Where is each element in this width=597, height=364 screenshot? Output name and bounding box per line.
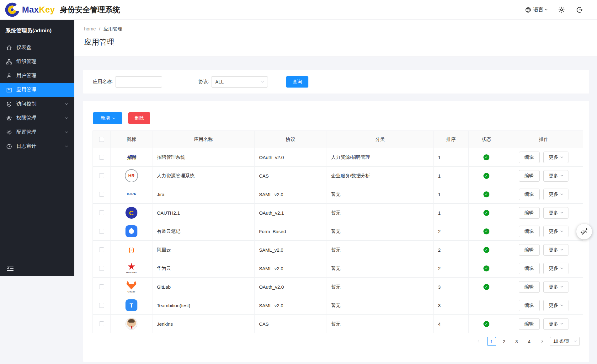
more-button[interactable]: 更多 [543, 226, 568, 237]
edit-button[interactable]: 编辑 [519, 207, 540, 219]
more-button-label: 更多 [549, 284, 558, 290]
app-category-cell: 暂无 [327, 259, 434, 278]
app-sort-cell: 1 [434, 204, 469, 222]
sidebar-collapse-button[interactable] [6, 265, 14, 273]
chevron-down-icon [65, 102, 68, 104]
more-button[interactable]: 更多 [543, 244, 568, 256]
chevron-down-icon [560, 211, 563, 213]
edit-button[interactable]: 编辑 [519, 318, 540, 330]
gear-icon[interactable] [558, 6, 565, 13]
sidebar-item-applications[interactable]: 应用管理 [0, 83, 74, 97]
more-button[interactable]: 更多 [543, 318, 568, 330]
row-checkbox[interactable] [99, 173, 104, 178]
more-button[interactable]: 更多 [543, 170, 568, 182]
sidebar-item-organization[interactable]: 组织管理 [0, 55, 74, 69]
page-button-1[interactable]: 1 [487, 337, 496, 346]
row-checkbox[interactable] [99, 247, 104, 252]
logout-icon[interactable] [576, 6, 583, 13]
app-name-cell: 有道云笔记 [152, 222, 255, 241]
chevron-down-icon [560, 155, 563, 158]
sidebar-item-audit-logs[interactable]: 日志审计 [0, 139, 74, 153]
page-button-3[interactable]: 3 [512, 337, 521, 346]
select-all-checkbox[interactable] [99, 137, 104, 142]
row-checkbox[interactable] [99, 303, 104, 308]
row-checkbox[interactable] [99, 284, 104, 289]
search-button[interactable]: 查询 [286, 76, 308, 88]
more-button[interactable]: 更多 [543, 207, 568, 219]
edit-button[interactable]: 编辑 [519, 300, 540, 311]
sidebar-item-configuration[interactable]: 配置管理 [0, 125, 74, 139]
app-sort-cell: 3 [434, 278, 469, 296]
language-switcher[interactable]: 语言 [525, 7, 547, 13]
huawei-logo-icon: HUAWEI [125, 262, 138, 275]
delete-button[interactable]: 删除 [128, 112, 150, 124]
gear-icon [6, 129, 12, 136]
app-sort-cell: 2 [434, 259, 469, 278]
sidebar-item-dashboard[interactable]: 仪表盘 [0, 40, 74, 55]
protocol-select[interactable]: ALL [211, 76, 268, 88]
row-checkbox[interactable] [99, 321, 104, 326]
app-window-icon [6, 87, 12, 93]
app-category-cell: 暂无 [327, 185, 434, 204]
row-checkbox[interactable] [99, 155, 104, 160]
chevron-down-icon [65, 130, 68, 133]
more-button[interactable]: 更多 [543, 281, 568, 293]
page-size-select[interactable]: 10 条/页 [550, 337, 580, 346]
magic-wand-fab[interactable] [576, 224, 592, 239]
more-button[interactable]: 更多 [543, 189, 568, 200]
app-protocol-cell: Form_Based [255, 222, 327, 241]
edit-button[interactable]: 编辑 [519, 152, 540, 163]
row-checkbox[interactable] [99, 229, 104, 234]
org-chart-icon [6, 59, 12, 65]
table-row: HR 人力资源管理系统 CAS 企业服务/数据分析 1 ✓ 编辑 更多 [93, 167, 583, 185]
page-button-4[interactable]: 4 [525, 337, 534, 346]
next-page-button[interactable] [537, 337, 546, 346]
language-label: 语言 [533, 7, 543, 13]
app-category-cell: 暂无 [327, 315, 434, 333]
more-button[interactable]: 更多 [543, 263, 568, 274]
app-protocol-cell: SAML_v2.0 [255, 185, 327, 204]
edit-button[interactable]: 编辑 [519, 170, 540, 182]
edit-button[interactable]: 编辑 [519, 244, 540, 256]
row-checkbox[interactable] [99, 192, 104, 197]
table-row: HUAWEI 华为云 SAML_v2.0 暂无 2 ✓ 编辑 更多 [93, 259, 583, 278]
sidebar-item-users[interactable]: 用户管理 [0, 69, 74, 83]
sidebar-item-permissions[interactable]: 权限管理 [0, 111, 74, 125]
edit-button[interactable]: 编辑 [519, 263, 540, 274]
add-button[interactable]: 新增 [93, 112, 122, 124]
maxkey-logo-icon: C [125, 207, 137, 219]
hr-logo-icon: HR [125, 169, 138, 182]
edit-button[interactable]: 编辑 [519, 281, 540, 293]
app-sort-cell: 1 [434, 185, 469, 204]
page-button-2[interactable]: 2 [500, 337, 509, 346]
app-name-filter-input[interactable] [115, 76, 162, 88]
app-protocol-cell: SAML_v2.0 [255, 241, 327, 259]
sidebar-item-label: 日志审计 [16, 143, 36, 150]
sidebar: 系统管理员(admin) 仪表盘 组织管理 用户管理 应用管理 [0, 20, 74, 276]
row-checkbox[interactable] [99, 266, 104, 271]
prev-page-button[interactable] [475, 337, 483, 346]
status-enabled-icon: ✓ [483, 191, 489, 197]
chevron-down-icon [560, 248, 563, 250]
app-category-cell: 人力资源/招聘管理 [327, 148, 434, 167]
app-sort-cell: 4 [434, 315, 469, 333]
brand-name: MaxKey [22, 5, 55, 15]
app-name-cell: OAUTH2.1 [152, 204, 255, 222]
column-header-status: 状态 [469, 131, 504, 148]
more-button[interactable]: 更多 [543, 300, 568, 311]
sidebar-item-label: 用户管理 [16, 72, 36, 79]
app-sort-cell: 3 [434, 296, 469, 315]
breadcrumb-home-link[interactable]: home [84, 26, 96, 32]
sidebar-item-access-control[interactable]: 访问控制 [0, 97, 74, 111]
zhaopin-logo-icon: 招聘 [125, 151, 138, 164]
app-name-filter-label: 应用名称: [93, 79, 113, 85]
more-button[interactable]: 更多 [543, 152, 568, 163]
system-title: 身份安全管理系统 [60, 5, 120, 15]
sidebar-item-label: 访问控制 [16, 101, 36, 107]
current-user-label: 系统管理员(admin) [0, 20, 74, 39]
pagination: 1 2 3 4 10 条/页 [475, 337, 580, 346]
app-sort-cell: 1 [434, 148, 469, 167]
edit-button[interactable]: 编辑 [519, 189, 540, 200]
edit-button[interactable]: 编辑 [519, 226, 540, 237]
row-checkbox[interactable] [99, 210, 104, 215]
